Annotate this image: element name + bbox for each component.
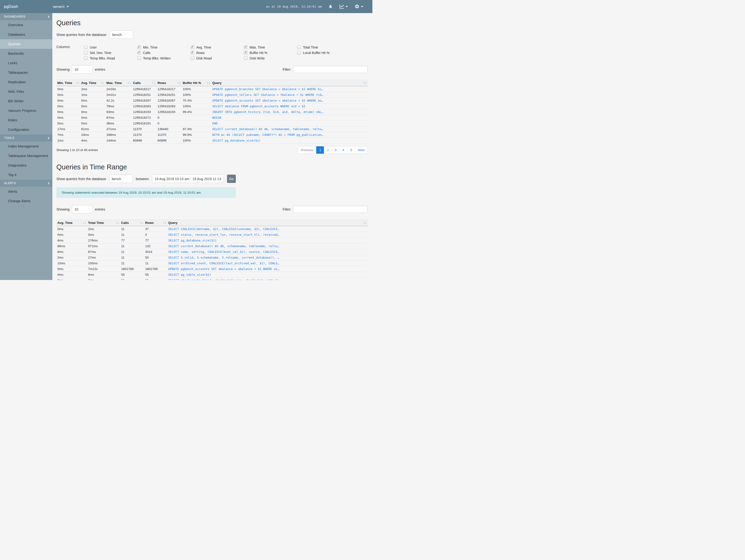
column-header-min-time[interactable]: Min. Time↑↓	[56, 80, 80, 86]
tr-database-input[interactable]	[109, 175, 133, 183]
column-checkbox-total-time[interactable]: Total Time	[297, 45, 351, 49]
sidebar-section-tools[interactable]: TOOLS	[0, 134, 52, 141]
query-link[interactable]: SELECT pg_database_size($1)	[212, 139, 261, 142]
query-link[interactable]: SELECT checkpoints_timed, checkpoints_re…	[168, 278, 279, 280]
query-link[interactable]: BEGIN	[212, 116, 221, 120]
column-header-max-time[interactable]: Max. Time↑↓	[105, 80, 132, 86]
query-link[interactable]: SELECT pg_table_size($1)	[168, 273, 211, 276]
query-link[interactable]: SELECT archived_count, COALESCE(last_arc…	[168, 261, 279, 265]
brand-logo[interactable]: pgDash	[0, 4, 49, 9]
sidebar-item-tablespaces[interactable]: Tablespaces	[0, 68, 52, 77]
sidebar-item-top-k[interactable]: Top k	[0, 170, 52, 179]
column-header-query[interactable]: Query↑↓	[211, 80, 368, 86]
sort-icon[interactable]: ↑↓	[363, 222, 367, 224]
column-checkbox-buffer-hit[interactable]: ✓Buffer Hit %	[244, 51, 297, 55]
database-input[interactable]	[110, 30, 133, 39]
query-link[interactable]: END	[212, 122, 218, 125]
page-size-input[interactable]	[72, 65, 93, 73]
query-link[interactable]: UPDATE pgbench_accounts SET abalance = a…	[212, 99, 323, 102]
sidebar-item-change-alerts[interactable]: Change Alerts	[0, 196, 52, 206]
tr-filter-input[interactable]	[293, 206, 368, 213]
sort-icon[interactable]: ↑↓	[75, 81, 79, 85]
column-header-total-time[interactable]: Total Time↑↓	[87, 220, 120, 226]
sidebar-item-replication[interactable]: Replication	[0, 77, 52, 87]
query-link[interactable]: WITH pc AS (SELECT pubname, COUNT(*) AS …	[212, 133, 323, 137]
query-link[interactable]: SELECT pg_database_size($1)	[168, 239, 217, 242]
page-button-previous[interactable]: Previous	[298, 146, 317, 154]
sidebar-item-vacuum-progress[interactable]: Vacuum Progress	[0, 106, 52, 116]
column-header-rows[interactable]: Rows↑↓	[157, 80, 182, 86]
query-link[interactable]: SELECT current_database() AS db, scheman…	[168, 244, 279, 248]
column-checkbox-rows[interactable]: ✓Rows	[191, 51, 244, 55]
sort-icon[interactable]: ↑↓	[363, 81, 367, 85]
query-link[interactable]: SELECT S.relid, S.schemaname, S.relname,…	[168, 256, 279, 259]
sort-icon[interactable]: ↑↓	[152, 81, 156, 85]
column-checkbox-min-time[interactable]: ✓Min. Time	[137, 45, 191, 49]
sort-icon[interactable]: ↑↓	[177, 81, 181, 85]
settings-menu-button[interactable]	[355, 4, 363, 9]
page-button-3[interactable]: 3	[332, 146, 340, 154]
sort-icon[interactable]: ↑↓	[139, 222, 143, 224]
server-selector[interactable]: server1	[53, 4, 69, 8]
query-link[interactable]: SELECT status, receive_start_lsn, receiv…	[168, 233, 279, 236]
sort-icon[interactable]: ↑↓	[101, 81, 104, 85]
query-link[interactable]: SELECT current_database() AS db, scheman…	[212, 127, 323, 131]
query-link[interactable]: INSERT INTO pgbench_history (tid, bid, a…	[212, 110, 323, 114]
sort-icon[interactable]: ↑↓	[163, 222, 166, 224]
tr-page-size-input[interactable]	[72, 205, 93, 213]
page-button-1[interactable]: 1	[316, 146, 324, 154]
column-checkbox-calls[interactable]: ✓Calls	[137, 51, 191, 55]
sidebar-item-databases[interactable]: Databases	[0, 30, 52, 39]
filter-input[interactable]	[293, 66, 368, 73]
column-header-buffer-hit[interactable]: Buffer Hit %↑↓	[182, 80, 211, 86]
query-link[interactable]: UPDATE pgbench_branches SET bbalance = b…	[212, 87, 323, 91]
query-link[interactable]: SELECT abalance FROM pgbench_accounts WH…	[212, 104, 305, 108]
column-checkbox-user[interactable]: User	[84, 45, 137, 49]
column-checkbox-max-time[interactable]: ✓Max. Time	[244, 45, 297, 49]
column-header-calls[interactable]: Calls↑↓	[120, 220, 144, 226]
query-link[interactable]: SELECT name, setting, COALESCE(boot_val,…	[168, 250, 279, 254]
column-header-query[interactable]: Query↑↓	[167, 220, 368, 226]
sidebar-item-tablespace-management[interactable]: Tablespace Management	[0, 151, 52, 161]
sidebar-section-alerts[interactable]: ALERTS	[0, 179, 52, 187]
sort-icon[interactable]: ↑↓	[206, 81, 210, 85]
sidebar-item-locks[interactable]: Locks	[0, 58, 52, 68]
query-link[interactable]: UPDATE pgbench_accounts SET abalance = a…	[168, 267, 279, 271]
column-checkbox-avg-time[interactable]: ✓Avg. Time	[191, 45, 244, 49]
sidebar-section-dashboards[interactable]: DASHBOARDS	[0, 13, 52, 20]
sidebar-item-configuration[interactable]: Configuration	[0, 125, 52, 134]
column-checkbox-local-buffer-hit[interactable]: Local Buffer Hit %	[297, 51, 351, 55]
sidebar-item-overview[interactable]: Overview	[0, 20, 52, 30]
sidebar-item-alerts[interactable]: Alerts	[0, 187, 52, 196]
notifications-button[interactable]	[328, 4, 333, 9]
page-button-next[interactable]: Next	[355, 146, 368, 154]
sort-icon[interactable]: ↑↓	[116, 222, 119, 224]
sort-icon[interactable]: ↑↓	[127, 81, 131, 85]
sidebar-item-wal-files[interactable]: WAL Files	[0, 87, 52, 96]
page-button-5[interactable]: 5	[347, 146, 355, 154]
query-link[interactable]: UPDATE pgbench_tellers SET tbalance = tb…	[212, 93, 323, 97]
column-checkbox-std-dev-time[interactable]: Std. Dev. Time	[84, 51, 137, 55]
column-header-avg-time[interactable]: Avg. Time↑↓	[80, 80, 105, 86]
column-checkbox-temp-blks-read[interactable]: Temp Blks. Read	[84, 56, 137, 60]
sidebar-item-queries[interactable]: Queries	[0, 39, 52, 49]
sidebar-item-index-management[interactable]: Index Management	[0, 141, 52, 151]
page-button-2[interactable]: 2	[324, 146, 332, 154]
sidebar-item-diagnostics[interactable]: Diagnostics	[0, 161, 52, 170]
sort-icon[interactable]: ↑↓	[82, 222, 86, 224]
column-header-avg-time[interactable]: Avg. Time↑↓	[56, 220, 87, 226]
column-header-rows[interactable]: Rows↑↓	[144, 220, 167, 226]
time-range-input[interactable]	[152, 175, 224, 183]
sidebar-item-bg-writer[interactable]: BG Writer	[0, 96, 52, 106]
page-button-4[interactable]: 4	[339, 146, 347, 154]
column-header-calls[interactable]: Calls↑↓	[132, 80, 157, 86]
sidebar-item-backends[interactable]: Backends	[0, 49, 52, 58]
data-cell: 1295418267	[157, 98, 182, 103]
go-button[interactable]: Go	[227, 175, 236, 183]
column-checkbox-temp-blks-written[interactable]: Temp Blks. Written	[137, 56, 191, 60]
column-checkbox-disk-read[interactable]: Disk Read	[191, 56, 244, 60]
sidebar-item-roles[interactable]: Roles	[0, 116, 52, 125]
column-checkbox-disk-write[interactable]: Disk Write	[244, 56, 297, 60]
charts-menu-button[interactable]	[339, 4, 348, 9]
query-link[interactable]: SELECT COALESCE(datname, $2), COALESCE(u…	[168, 227, 279, 231]
